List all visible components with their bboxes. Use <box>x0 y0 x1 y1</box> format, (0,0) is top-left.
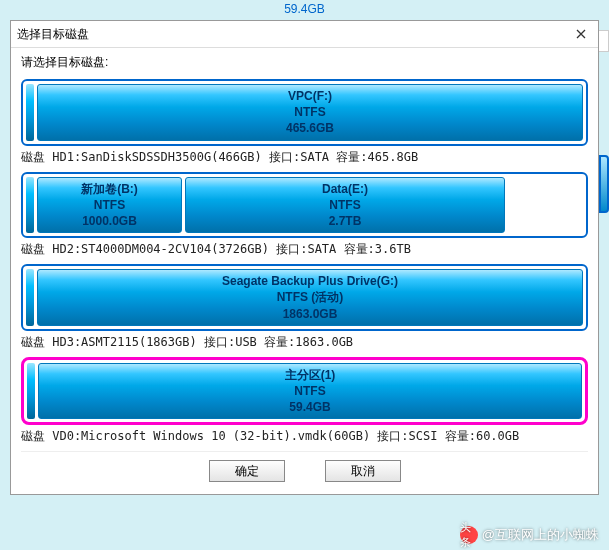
partition-fs: NTFS <box>329 197 360 213</box>
dialog-title: 选择目标磁盘 <box>17 26 89 43</box>
partition-size: 2.7TB <box>329 213 362 229</box>
disk-group: VPC(F:)NTFS465.6GB磁盘 HD1:SanDiskSDSSDH35… <box>21 79 588 166</box>
watermark: 头条 @互联网上的小蜘蛛 <box>460 526 599 544</box>
dialog-content: 请选择目标磁盘: VPC(F:)NTFS465.6GB磁盘 HD1:SanDis… <box>11 48 598 494</box>
partition-fs: NTFS <box>294 104 325 120</box>
partition-name: 新加卷(B:) <box>81 181 138 197</box>
partition[interactable]: 主分区(1)NTFS59.4GB <box>38 363 582 420</box>
disk-header-strip <box>26 269 34 326</box>
disk-group: 主分区(1)NTFS59.4GB磁盘 VD0:Microsoft Windows… <box>21 357 588 446</box>
disk-header-strip <box>26 177 34 234</box>
partition-name: Seagate Backup Plus Drive(G:) <box>222 273 398 289</box>
disk-group: 新加卷(B:)NTFS1000.0GBData(E:)NTFS2.7TB磁盘 H… <box>21 172 588 259</box>
page-top-title: 59.4GB <box>0 0 609 18</box>
partition[interactable]: 新加卷(B:)NTFS1000.0GB <box>37 177 182 234</box>
cancel-button[interactable]: 取消 <box>325 460 401 482</box>
disk-info: 磁盘 VD0:Microsoft Windows 10 (32-bit).vmd… <box>21 428 588 445</box>
partition-size: 1863.0GB <box>283 306 338 322</box>
partition-fs: NTFS (活动) <box>277 289 344 305</box>
disk-list: VPC(F:)NTFS465.6GB磁盘 HD1:SanDiskSDSSDH35… <box>21 79 588 445</box>
disk-bar[interactable]: VPC(F:)NTFS465.6GB <box>21 79 588 146</box>
partition[interactable]: Data(E:)NTFS2.7TB <box>185 177 505 234</box>
disk-header-strip <box>26 84 34 141</box>
close-icon <box>576 29 586 39</box>
watermark-text: @互联网上的小蜘蛛 <box>482 526 599 544</box>
disk-info: 磁盘 HD1:SanDiskSDSSDH3500G(466GB) 接口:SATA… <box>21 149 588 166</box>
close-button[interactable] <box>570 25 592 43</box>
partition-fs: NTFS <box>94 197 125 213</box>
disk-bar[interactable]: 主分区(1)NTFS59.4GB <box>21 357 588 426</box>
background-partition-peek <box>599 155 609 213</box>
partition-size: 1000.0GB <box>82 213 137 229</box>
partition[interactable]: VPC(F:)NTFS465.6GB <box>37 84 583 141</box>
partition-size: 59.4GB <box>289 399 330 415</box>
disk-group: Seagate Backup Plus Drive(G:)NTFS (活动)18… <box>21 264 588 351</box>
disk-bar[interactable]: 新加卷(B:)NTFS1000.0GBData(E:)NTFS2.7TB <box>21 172 588 239</box>
watermark-icon: 头条 <box>460 526 478 544</box>
disk-bar[interactable]: Seagate Backup Plus Drive(G:)NTFS (活动)18… <box>21 264 588 331</box>
button-bar: 确定 取消 <box>21 451 588 486</box>
ok-button[interactable]: 确定 <box>209 460 285 482</box>
disk-info: 磁盘 HD2:ST4000DM004-2CV104(3726GB) 接口:SAT… <box>21 241 588 258</box>
disk-header-strip <box>27 363 35 420</box>
partition-size: 465.6GB <box>286 120 334 136</box>
disk-info: 磁盘 HD3:ASMT2115(1863GB) 接口:USB 容量:1863.0… <box>21 334 588 351</box>
partition[interactable]: Seagate Backup Plus Drive(G:)NTFS (活动)18… <box>37 269 583 326</box>
instruction-text: 请选择目标磁盘: <box>21 54 588 71</box>
select-target-disk-dialog: 选择目标磁盘 请选择目标磁盘: VPC(F:)NTFS465.6GB磁盘 HD1… <box>10 20 599 495</box>
partition-name: 主分区(1) <box>285 367 336 383</box>
dialog-titlebar: 选择目标磁盘 <box>11 21 598 48</box>
partition-name: VPC(F:) <box>288 88 332 104</box>
partition-fs: NTFS <box>294 383 325 399</box>
partition-name: Data(E:) <box>322 181 368 197</box>
